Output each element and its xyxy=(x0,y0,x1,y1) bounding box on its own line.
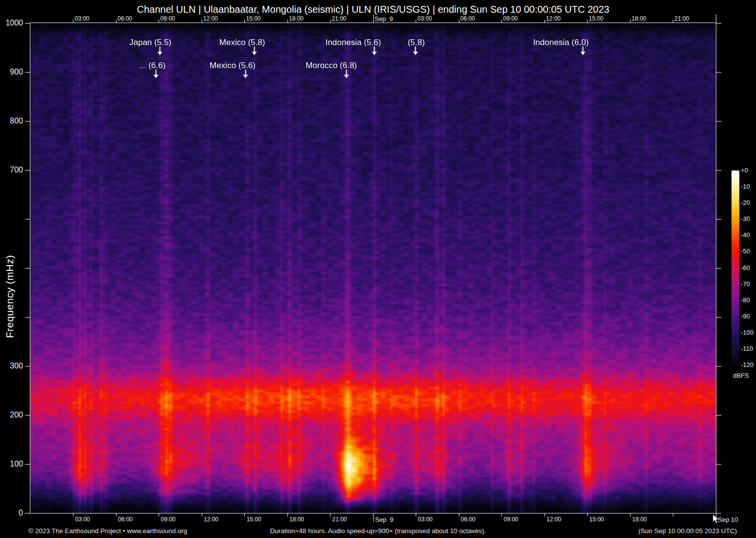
event-label: Mexico (5.8) xyxy=(219,38,265,47)
x-axis-label-bottom: 15:00 xyxy=(247,516,261,523)
x-tick-bottom xyxy=(501,513,502,516)
x-tick-bottom xyxy=(330,513,331,516)
down-arrow-icon xyxy=(580,47,586,55)
x-tick-bottom xyxy=(116,513,117,516)
x-tick-top xyxy=(330,20,331,23)
x-axis-label-top: 15:00 xyxy=(589,16,604,22)
footer-end-time: (Sun Sep 10 00:00:05 2023 UTC) xyxy=(638,527,737,535)
colorbar-gradient xyxy=(732,171,739,365)
spectrogram-canvas xyxy=(30,23,716,513)
x-tick-top xyxy=(544,20,545,23)
x-axis-label-top: 21:00 xyxy=(675,16,689,22)
x-tick-top xyxy=(116,20,117,23)
y-tick-left xyxy=(25,219,30,220)
x-tick-bottom xyxy=(459,513,459,516)
y-tick-right xyxy=(716,23,721,24)
colorbar-tick-label: -30 xyxy=(741,216,750,222)
event-label: Japan (5.5) xyxy=(129,38,171,47)
x-axis-label-bottom: 06:00 xyxy=(118,516,133,523)
down-arrow-icon xyxy=(372,47,377,55)
x-tick-top xyxy=(202,20,202,23)
x-axis-label-top: 06:00 xyxy=(460,16,475,22)
colorbar-tick-label: -100 xyxy=(741,329,754,336)
colorbar-tick-label: -60 xyxy=(741,265,750,271)
event-label: Mexico (5.6) xyxy=(210,61,256,70)
x-axis-label-bottom: 18:00 xyxy=(289,516,304,523)
x-tick-bottom xyxy=(673,513,673,516)
y-tick-right xyxy=(716,170,721,171)
x-tick-top xyxy=(416,20,416,23)
event-label: Indonesia (6.0) xyxy=(533,38,589,47)
y-tick-left xyxy=(25,317,30,318)
x-axis-label-top: 03:00 xyxy=(75,16,90,22)
y-axis-label: 100 xyxy=(0,459,23,468)
x-axis-label-bottom: Sep 9 xyxy=(375,516,394,523)
x-axis-label-top: 09:00 xyxy=(161,16,175,22)
colorbar-tick-label: -70 xyxy=(741,281,750,288)
y-tick-right xyxy=(716,72,721,73)
y-tick-right xyxy=(716,317,721,318)
y-tick-right xyxy=(716,121,721,122)
x-tick-top xyxy=(73,20,73,23)
y-tick-right xyxy=(716,464,721,465)
x-axis-label-bottom: 21:00 xyxy=(332,516,347,523)
y-tick-right xyxy=(716,268,721,269)
x-tick-top xyxy=(244,20,245,23)
x-tick-top xyxy=(716,14,716,23)
spectrogram-viewer: Channel ULN | Ulaanbaatar, Mongolia (sei… xyxy=(0,0,756,538)
x-tick-top xyxy=(630,20,631,23)
x-axis-label-bottom: 15:00 xyxy=(590,516,604,523)
y-tick-right xyxy=(716,366,721,367)
down-arrow-icon xyxy=(344,70,349,78)
x-tick-bottom xyxy=(416,513,416,516)
x-axis-label-bottom: 09:00 xyxy=(161,516,176,523)
y-tick-left xyxy=(25,268,30,269)
y-axis-label: 800 xyxy=(0,116,23,125)
x-tick-bottom xyxy=(73,513,73,516)
x-tick-bottom xyxy=(587,513,588,516)
x-tick-top xyxy=(459,20,459,23)
x-tick-bottom xyxy=(544,513,545,516)
colorbar-tick-label: -50 xyxy=(741,248,750,255)
x-tick-bottom xyxy=(373,513,374,522)
colorbar-tick-label: -10 xyxy=(741,183,750,190)
y-tick-left xyxy=(25,23,30,24)
x-tick-top xyxy=(159,20,159,23)
page-title: Channel ULN | Ulaanbaatar, Mongolia (sei… xyxy=(30,4,716,15)
x-axis-label-top: 12:00 xyxy=(546,16,561,22)
x-tick-top xyxy=(673,20,673,23)
colorbar-unit-label: dBFS xyxy=(733,372,749,379)
x-tick-top xyxy=(587,20,588,23)
x-axis-label-bottom: 03:00 xyxy=(75,516,90,523)
x-axis-label-top: 12:00 xyxy=(203,16,218,22)
y-tick-left xyxy=(25,464,30,465)
y-tick-right xyxy=(716,219,721,220)
y-axis-label: 200 xyxy=(0,410,23,419)
y-axis-label: 0 xyxy=(0,508,23,517)
x-tick-bottom xyxy=(244,513,245,516)
down-arrow-icon xyxy=(243,70,248,78)
colorbar-tick-label: -90 xyxy=(741,313,750,320)
colorbar-tick-label: -80 xyxy=(741,297,750,304)
x-axis-label-top: 09:00 xyxy=(503,16,518,22)
down-arrow-icon xyxy=(153,70,159,78)
y-tick-left xyxy=(25,72,30,73)
x-axis-label-top: 03:00 xyxy=(418,16,432,22)
colorbar-tick-label: -20 xyxy=(741,199,750,206)
event-label: (5.8) xyxy=(408,38,425,47)
colorbar-tick-label: -120 xyxy=(741,362,754,368)
x-axis-label-bottom: 18:00 xyxy=(632,516,647,523)
y-tick-left xyxy=(25,366,30,367)
y-axis-label: 700 xyxy=(0,165,23,174)
y-axis-title: Frequency (mHz) xyxy=(4,211,16,338)
event-label: Indonesia (5.6) xyxy=(326,38,381,47)
x-axis-label-top: 21:00 xyxy=(332,16,347,22)
down-arrow-icon xyxy=(157,47,163,55)
x-axis-label-bottom: Sep 10 xyxy=(718,516,738,523)
x-axis-label-bottom: 06:00 xyxy=(461,516,475,523)
x-tick-bottom xyxy=(630,513,631,516)
x-axis-label-top: 06:00 xyxy=(118,16,132,22)
y-axis-label: 900 xyxy=(0,67,23,76)
x-tick-top xyxy=(501,20,502,23)
x-axis-label-top: 15:00 xyxy=(246,16,261,22)
